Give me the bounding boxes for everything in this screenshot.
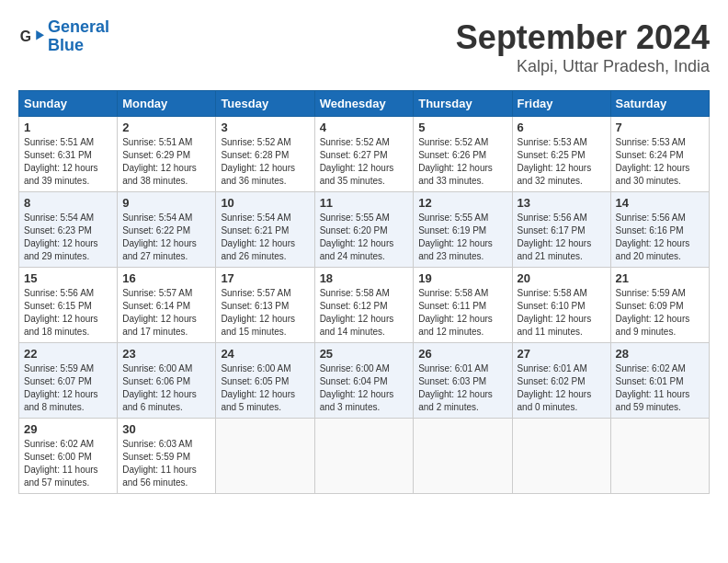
- table-row: 8 Sunrise: 5:54 AM Sunset: 6:23 PM Dayli…: [19, 192, 118, 268]
- month-year-title: September 2024: [456, 18, 710, 57]
- col-header-saturday: Saturday: [610, 91, 709, 117]
- day-number: 6: [518, 121, 606, 134]
- day-number: 11: [320, 196, 409, 210]
- calendar-week-row: 22 Sunrise: 5:59 AM Sunset: 6:07 PM Dayl…: [19, 343, 710, 419]
- day-info: Sunrise: 6:02 AM Sunset: 6:00 PM Dayligh…: [24, 438, 112, 489]
- table-row: [414, 419, 512, 494]
- calendar-week-row: 1 Sunrise: 5:51 AM Sunset: 6:31 PM Dayli…: [19, 117, 710, 192]
- table-row: 13 Sunrise: 5:56 AM Sunset: 6:17 PM Dayl…: [512, 192, 610, 268]
- col-header-friday: Friday: [512, 91, 610, 117]
- day-info: Sunrise: 5:52 AM Sunset: 6:28 PM Dayligh…: [221, 136, 309, 188]
- day-number: 8: [24, 196, 112, 210]
- col-header-thursday: Thursday: [414, 91, 512, 117]
- day-number: 30: [122, 422, 210, 436]
- day-number: 15: [24, 271, 112, 285]
- day-info: Sunrise: 5:54 AM Sunset: 6:23 PM Dayligh…: [24, 212, 112, 263]
- logo: G General Blue: [18, 18, 109, 55]
- table-row: 6 Sunrise: 5:53 AM Sunset: 6:25 PM Dayli…: [512, 117, 610, 192]
- table-row: 7 Sunrise: 5:53 AM Sunset: 6:24 PM Dayli…: [610, 117, 709, 192]
- table-row: 21 Sunrise: 5:59 AM Sunset: 6:09 PM Dayl…: [610, 268, 709, 343]
- day-info: Sunrise: 5:58 AM Sunset: 6:12 PM Dayligh…: [320, 287, 409, 339]
- day-info: Sunrise: 5:56 AM Sunset: 6:16 PM Dayligh…: [616, 212, 704, 263]
- table-row: 20 Sunrise: 5:58 AM Sunset: 6:10 PM Dayl…: [512, 268, 610, 343]
- day-number: 13: [518, 196, 606, 210]
- col-header-sunday: Sunday: [19, 91, 118, 117]
- table-row: [512, 419, 610, 494]
- day-number: 5: [418, 121, 506, 134]
- day-number: 12: [418, 196, 506, 210]
- day-info: Sunrise: 5:58 AM Sunset: 6:11 PM Dayligh…: [418, 287, 506, 339]
- day-info: Sunrise: 5:51 AM Sunset: 6:29 PM Dayligh…: [122, 136, 210, 188]
- day-number: 18: [320, 271, 409, 285]
- table-row: 2 Sunrise: 5:51 AM Sunset: 6:29 PM Dayli…: [118, 117, 216, 192]
- table-row: 26 Sunrise: 6:01 AM Sunset: 6:03 PM Dayl…: [414, 343, 512, 419]
- table-row: 27 Sunrise: 6:01 AM Sunset: 6:02 PM Dayl…: [512, 343, 610, 419]
- svg-text:G: G: [20, 29, 31, 44]
- table-row: 19 Sunrise: 5:58 AM Sunset: 6:11 PM Dayl…: [414, 268, 512, 343]
- page-header: G General Blue September 2024 Kalpi, Utt…: [18, 18, 710, 76]
- day-info: Sunrise: 5:57 AM Sunset: 6:13 PM Dayligh…: [221, 287, 309, 339]
- day-info: Sunrise: 5:54 AM Sunset: 6:21 PM Dayligh…: [221, 212, 309, 263]
- day-number: 4: [320, 121, 409, 134]
- day-number: 21: [616, 271, 704, 285]
- day-number: 19: [418, 271, 506, 285]
- table-row: 25 Sunrise: 6:00 AM Sunset: 6:04 PM Dayl…: [314, 343, 414, 419]
- day-info: Sunrise: 5:59 AM Sunset: 6:09 PM Dayligh…: [616, 287, 704, 339]
- day-info: Sunrise: 5:52 AM Sunset: 6:27 PM Dayligh…: [320, 136, 409, 188]
- table-row: 23 Sunrise: 6:00 AM Sunset: 6:06 PM Dayl…: [118, 343, 216, 419]
- day-info: Sunrise: 5:52 AM Sunset: 6:26 PM Dayligh…: [418, 136, 506, 188]
- table-row: 1 Sunrise: 5:51 AM Sunset: 6:31 PM Dayli…: [19, 117, 118, 192]
- logo-subtext: Blue: [48, 37, 109, 55]
- table-row: 4 Sunrise: 5:52 AM Sunset: 6:27 PM Dayli…: [314, 117, 414, 192]
- day-number: 16: [122, 271, 210, 285]
- day-number: 17: [221, 271, 309, 285]
- table-row: [314, 419, 414, 494]
- calendar-table: Sunday Monday Tuesday Wednesday Thursday…: [18, 90, 710, 494]
- day-info: Sunrise: 5:56 AM Sunset: 6:17 PM Dayligh…: [518, 212, 606, 263]
- day-info: Sunrise: 5:59 AM Sunset: 6:07 PM Dayligh…: [24, 362, 112, 414]
- table-row: 24 Sunrise: 6:00 AM Sunset: 6:05 PM Dayl…: [216, 343, 314, 419]
- day-info: Sunrise: 6:00 AM Sunset: 6:06 PM Dayligh…: [122, 362, 210, 414]
- table-row: 11 Sunrise: 5:55 AM Sunset: 6:20 PM Dayl…: [314, 192, 414, 268]
- table-row: [610, 419, 709, 494]
- table-row: 30 Sunrise: 6:03 AM Sunset: 5:59 PM Dayl…: [118, 419, 216, 494]
- day-number: 29: [24, 422, 112, 436]
- day-info: Sunrise: 5:53 AM Sunset: 6:24 PM Dayligh…: [616, 136, 704, 188]
- calendar-week-row: 15 Sunrise: 5:56 AM Sunset: 6:15 PM Dayl…: [19, 268, 710, 343]
- day-info: Sunrise: 5:53 AM Sunset: 6:25 PM Dayligh…: [518, 136, 606, 188]
- svg-marker-2: [36, 30, 44, 40]
- day-number: 25: [320, 347, 409, 361]
- day-info: Sunrise: 6:01 AM Sunset: 6:03 PM Dayligh…: [418, 362, 506, 414]
- day-info: Sunrise: 5:56 AM Sunset: 6:15 PM Dayligh…: [24, 287, 112, 339]
- day-info: Sunrise: 6:00 AM Sunset: 6:04 PM Dayligh…: [320, 362, 409, 414]
- table-row: 28 Sunrise: 6:02 AM Sunset: 6:01 PM Dayl…: [610, 343, 709, 419]
- table-row: 9 Sunrise: 5:54 AM Sunset: 6:22 PM Dayli…: [118, 192, 216, 268]
- calendar-week-row: 8 Sunrise: 5:54 AM Sunset: 6:23 PM Dayli…: [19, 192, 710, 268]
- day-number: 24: [221, 347, 309, 361]
- table-row: 29 Sunrise: 6:02 AM Sunset: 6:00 PM Dayl…: [19, 419, 118, 494]
- day-info: Sunrise: 5:57 AM Sunset: 6:14 PM Dayligh…: [122, 287, 210, 339]
- day-number: 26: [418, 347, 506, 361]
- day-number: 23: [122, 347, 210, 361]
- day-number: 14: [616, 196, 704, 210]
- day-info: Sunrise: 6:03 AM Sunset: 5:59 PM Dayligh…: [122, 438, 210, 489]
- table-row: 5 Sunrise: 5:52 AM Sunset: 6:26 PM Dayli…: [414, 117, 512, 192]
- col-header-wednesday: Wednesday: [314, 91, 414, 117]
- logo-icon: G: [18, 24, 44, 50]
- day-info: Sunrise: 5:51 AM Sunset: 6:31 PM Dayligh…: [24, 136, 112, 188]
- day-number: 10: [221, 196, 309, 210]
- day-number: 3: [221, 121, 309, 134]
- table-row: 22 Sunrise: 5:59 AM Sunset: 6:07 PM Dayl…: [19, 343, 118, 419]
- table-row: 12 Sunrise: 5:55 AM Sunset: 6:19 PM Dayl…: [414, 192, 512, 268]
- title-block: September 2024 Kalpi, Uttar Pradesh, Ind…: [456, 18, 710, 76]
- table-row: 14 Sunrise: 5:56 AM Sunset: 6:16 PM Dayl…: [610, 192, 709, 268]
- day-number: 27: [518, 347, 606, 361]
- day-info: Sunrise: 5:55 AM Sunset: 6:20 PM Dayligh…: [320, 212, 409, 263]
- day-number: 2: [122, 121, 210, 134]
- day-info: Sunrise: 5:54 AM Sunset: 6:22 PM Dayligh…: [122, 212, 210, 263]
- day-number: 1: [24, 121, 112, 134]
- day-info: Sunrise: 6:02 AM Sunset: 6:01 PM Dayligh…: [616, 362, 704, 414]
- col-header-tuesday: Tuesday: [216, 91, 314, 117]
- calendar-body: 1 Sunrise: 5:51 AM Sunset: 6:31 PM Dayli…: [19, 117, 710, 494]
- day-info: Sunrise: 5:58 AM Sunset: 6:10 PM Dayligh…: [518, 287, 606, 339]
